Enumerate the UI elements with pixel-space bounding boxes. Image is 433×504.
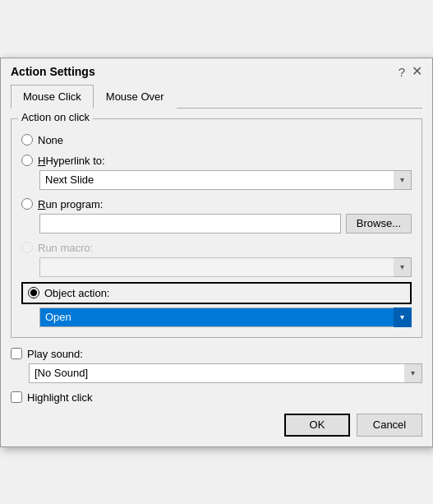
tabs-container: Mouse Click Mouse Over — [11, 84, 422, 109]
highlight-click-label[interactable]: Highlight click — [27, 391, 92, 404]
hyperlink-select-row: Next Slide ▾ — [39, 170, 412, 190]
highlight-click-row: Highlight click — [11, 391, 422, 404]
play-sound-label[interactable]: Play sound: — [27, 348, 83, 360]
none-label[interactable]: None — [38, 134, 63, 146]
run-program-label[interactable]: Run program: — [38, 198, 103, 210]
play-sound-checkbox[interactable] — [11, 348, 22, 359]
hyperlink-option-row: HHyperlink to: — [21, 155, 412, 167]
cancel-button[interactable]: Cancel — [357, 414, 422, 437]
dialog-title: Action Settings — [11, 65, 95, 78]
run-program-input-row: Browse... — [39, 214, 412, 234]
object-action-label[interactable]: Object action: — [44, 287, 110, 299]
help-icon[interactable]: ? — [398, 65, 405, 79]
run-macro-label[interactable]: Run macro: — [38, 242, 93, 254]
object-action-select[interactable]: Open — [39, 307, 412, 327]
play-sound-select-row: [No Sound] ▾ — [29, 363, 422, 383]
run-macro-select-row: ▾ — [39, 257, 412, 277]
hyperlink-select[interactable]: Next Slide — [39, 170, 412, 190]
object-action-select-wrapper: Open ▾ — [39, 307, 412, 327]
run-program-input[interactable] — [39, 214, 341, 234]
run-macro-radio[interactable] — [21, 242, 33, 253]
none-option-row: None — [21, 134, 412, 146]
group-legend: Action on click — [18, 111, 93, 123]
ok-button[interactable]: OK — [284, 414, 350, 437]
button-row: OK Cancel — [11, 414, 422, 437]
run-program-radio[interactable] — [21, 198, 33, 210]
hyperlink-radio[interactable] — [21, 155, 33, 166]
object-action-radio[interactable] — [28, 287, 39, 298]
hyperlink-select-wrapper: Next Slide ▾ — [39, 170, 412, 190]
tab-mouse-over[interactable]: Mouse Over — [94, 85, 177, 109]
browse-button[interactable]: Browse... — [346, 214, 412, 234]
highlight-click-checkbox[interactable] — [11, 391, 22, 403]
title-bar: Action Settings ? ✕ — [1, 58, 432, 84]
action-on-click-group: Action on click None HHyperlink to: Next… — [11, 118, 422, 338]
hyperlink-label[interactable]: HHyperlink to: — [38, 155, 105, 167]
none-radio[interactable] — [21, 134, 33, 146]
object-action-option-row: Object action: — [21, 282, 412, 304]
close-icon[interactable]: ✕ — [412, 65, 422, 78]
object-action-select-row: Open ▾ — [39, 307, 412, 327]
tab-mouse-click[interactable]: Mouse Click — [11, 85, 94, 109]
run-macro-option-row: Run macro: — [21, 242, 412, 254]
run-macro-select-wrapper: ▾ — [39, 257, 412, 277]
play-sound-select-wrapper: [No Sound] ▾ — [29, 363, 422, 383]
play-sound-select[interactable]: [No Sound] — [29, 363, 422, 383]
dialog-body: Mouse Click Mouse Over Action on click N… — [1, 84, 432, 446]
play-sound-row: Play sound: — [11, 348, 422, 360]
title-bar-controls: ? ✕ — [398, 65, 422, 79]
run-program-option-row: Run program: — [21, 198, 412, 210]
run-macro-select[interactable] — [39, 257, 412, 277]
action-settings-dialog: Action Settings ? ✕ Mouse Click Mouse Ov… — [0, 58, 433, 447]
